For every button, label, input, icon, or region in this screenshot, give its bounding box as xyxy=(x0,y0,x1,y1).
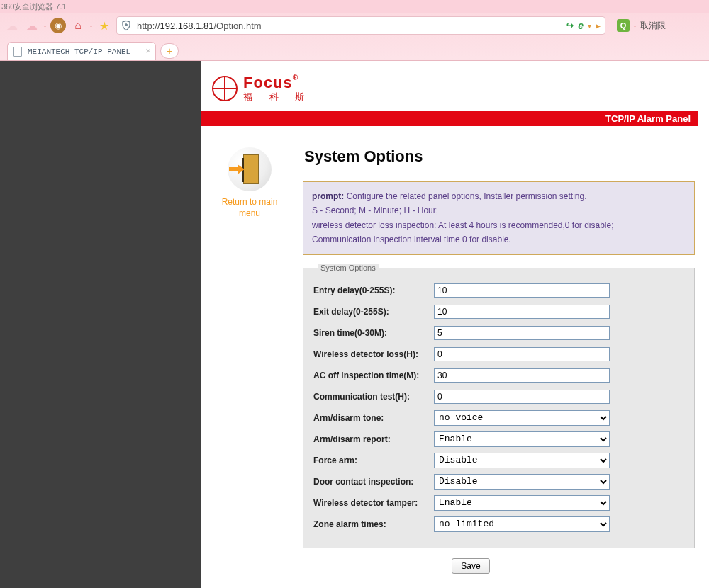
label-door-contact: Door contact inspection: xyxy=(313,477,434,487)
label-force-arm: Force arm: xyxy=(313,456,434,465)
play-icon[interactable]: ▸ xyxy=(596,20,601,31)
label-entry-delay: Entry delay(0-255S): xyxy=(313,285,434,295)
input-entry-delay[interactable] xyxy=(434,283,610,298)
content-column: Focus® 福 科 斯 TCP/IP Alarm Panel Return t… xyxy=(201,61,709,588)
input-wireless-loss[interactable] xyxy=(434,347,610,361)
ie-icon[interactable]: e xyxy=(578,20,584,31)
page-body: Focus® 福 科 斯 TCP/IP Alarm Panel Return t… xyxy=(0,61,709,588)
page-heading: System Options xyxy=(304,147,695,166)
page-icon xyxy=(13,47,22,57)
label-comm-test: Communication test(H): xyxy=(313,392,434,402)
label-siren-time: Siren time(0-30M): xyxy=(313,328,434,338)
return-link[interactable]: Return to main menu xyxy=(211,197,289,219)
label-zone-alarm: Zone alarm times: xyxy=(313,519,434,529)
select-tamper[interactable]: Enable xyxy=(434,495,610,511)
url-text: http://192.168.1.81/Option.htm xyxy=(137,21,562,31)
tab-meiantech[interactable]: MEIANTECH TCP/IP PANEL × xyxy=(7,42,156,60)
prompt-box: prompt: Configure the related panel opti… xyxy=(303,181,695,255)
select-force-arm[interactable]: Disable xyxy=(434,453,610,468)
left-gutter xyxy=(0,61,201,588)
cloud-icon-1[interactable]: ☁ xyxy=(4,18,20,33)
shield-icon xyxy=(120,19,133,32)
cancel-text[interactable]: 取消限 xyxy=(640,20,666,32)
browser-toolbar: ☁ ☁ ▾ ◉ ⌂ ▾ ★ http://192.168.1.81/Option… xyxy=(0,13,709,38)
globe-icon[interactable]: ◉ xyxy=(50,18,66,33)
label-arm-tone: Arm/disarm tone: xyxy=(313,413,434,423)
input-comm-test[interactable] xyxy=(434,390,610,404)
home-icon[interactable]: ⌂ xyxy=(70,18,86,33)
select-door-contact[interactable]: Disable xyxy=(434,474,610,490)
input-siren-time[interactable] xyxy=(434,326,610,340)
browser-title: 360安全浏览器 7.1 xyxy=(0,0,709,13)
fieldset-legend: System Options xyxy=(318,264,379,272)
tab-title: MEIANTECH TCP/IP PANEL xyxy=(28,47,130,56)
star-icon[interactable]: ★ xyxy=(96,18,112,33)
save-button[interactable]: Save xyxy=(452,558,490,574)
tab-strip: MEIANTECH TCP/IP PANEL × + xyxy=(0,38,709,61)
close-tab-icon[interactable]: × xyxy=(145,46,151,57)
return-icon[interactable] xyxy=(228,147,272,191)
logo: Focus® 福 科 斯 xyxy=(201,61,709,108)
cloud-icon-2[interactable]: ☁ xyxy=(24,18,40,33)
label-ac-off: AC off inspection time(M): xyxy=(313,371,434,380)
label-exit-delay: Exit delay(0-255S): xyxy=(313,307,434,317)
logo-mark-icon xyxy=(212,76,238,101)
new-tab-button[interactable]: + xyxy=(160,43,179,59)
system-options-fieldset: System Options Entry delay(0-255S): Exit… xyxy=(303,268,695,548)
select-arm-tone[interactable]: no voice xyxy=(434,410,610,426)
banner-title: TCP/IP Alarm Panel xyxy=(201,111,698,126)
address-bar[interactable]: http://192.168.1.81/Option.htm ↪ e ▾ ▸ xyxy=(116,16,605,35)
label-tamper: Wireless detector tamper: xyxy=(313,498,434,508)
input-exit-delay[interactable] xyxy=(434,305,610,319)
select-arm-report[interactable]: Enable xyxy=(434,431,610,447)
chevron-down-icon[interactable]: ▾ xyxy=(588,22,591,30)
select-zone-alarm[interactable]: no limited xyxy=(434,516,610,532)
input-ac-off[interactable] xyxy=(434,368,610,383)
label-wireless-loss: Wireless detector loss(H): xyxy=(313,349,434,359)
label-arm-report: Arm/disarm report: xyxy=(313,434,434,444)
share-icon[interactable]: ↪ xyxy=(566,21,574,30)
search-engine-icon[interactable]: Q xyxy=(617,19,630,32)
